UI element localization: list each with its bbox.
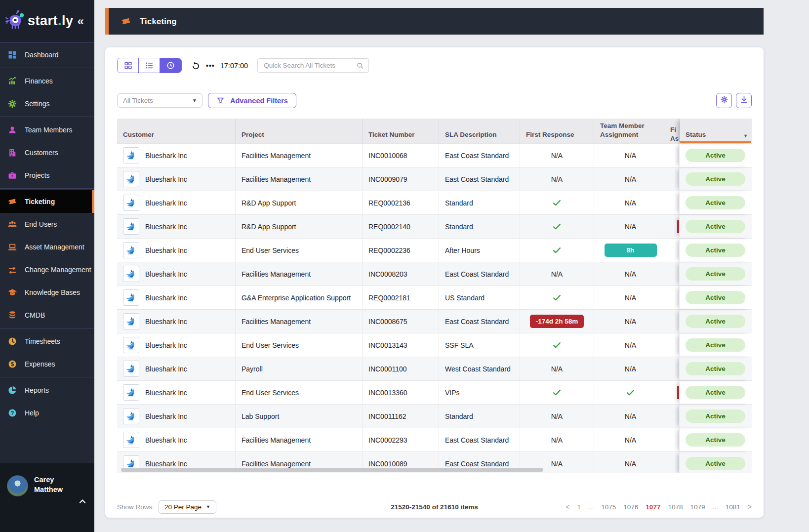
table-row[interactable]: Blueshark IncFacilities ManagementINC000… — [117, 309, 752, 333]
pagination-page-1075[interactable]: 1075 — [601, 503, 616, 511]
status-badge[interactable]: Active — [686, 433, 745, 447]
table-header-row: CustomerProjectTicket NumberSLA Descript… — [117, 119, 752, 143]
table-row[interactable]: Blueshark IncLab SupportINC0011162Standa… — [117, 404, 752, 428]
more-options-icon[interactable]: ••• — [206, 62, 215, 70]
sidebar-item-timesheets[interactable]: Timesheets — [0, 330, 94, 353]
col-header-team-member-assignment[interactable]: Team MemberAssignment — [594, 119, 667, 143]
status-badge[interactable]: Active — [686, 220, 745, 233]
col-header-customer[interactable]: Customer — [117, 119, 236, 143]
col-header-first-response[interactable]: First Response — [520, 119, 594, 143]
col-header-project[interactable]: Project — [236, 119, 363, 143]
time-view-button[interactable] — [160, 58, 181, 73]
pagination-prev[interactable]: < — [566, 503, 569, 511]
customer-logo-icon — [123, 408, 139, 424]
table-row[interactable]: Blueshark IncR&D App SupportREQ0002136St… — [117, 191, 752, 214]
caret-down-icon[interactable]: ▾ — [744, 132, 747, 139]
ticket-number: INC0013360 — [368, 389, 407, 397]
table-row[interactable]: Blueshark IncR&D App SupportREQ0002140St… — [117, 214, 752, 238]
alert-marker — [677, 386, 679, 399]
ticketing-icon — [7, 197, 17, 206]
sidebar-item-expenses[interactable]: $Expenses — [0, 353, 94, 375]
status-badge[interactable]: Active — [686, 457, 745, 470]
table-row[interactable]: Blueshark IncFacilities ManagementINC001… — [117, 143, 752, 167]
table-row[interactable]: Blueshark IncFacilities ManagementINC000… — [117, 262, 752, 286]
search-icon[interactable] — [356, 62, 364, 70]
pagination-next[interactable]: > — [748, 503, 752, 511]
sidebar-item-projects[interactable]: Projects — [0, 164, 94, 187]
table-row[interactable]: Blueshark IncFacilities ManagementINC000… — [117, 428, 752, 451]
sla-cell: SSF SLA — [439, 333, 520, 357]
sidebar-item-change-management[interactable]: Change Management — [0, 258, 94, 281]
pagination-page-1[interactable]: 1 — [577, 503, 581, 511]
customer-cell: Blueshark Inc — [117, 405, 236, 428]
refresh-icon[interactable] — [191, 61, 201, 70]
search-input[interactable] — [264, 62, 356, 69]
customer-logo-icon — [123, 432, 139, 448]
sidebar-item-label: Team Members — [25, 126, 72, 134]
chevron-up-icon[interactable] — [78, 496, 87, 508]
ticket-number-cell: INC0011162 — [363, 405, 439, 428]
list-view-button[interactable] — [139, 58, 160, 73]
dashboard-icon — [7, 50, 17, 60]
pagination-page-1078[interactable]: 1078 — [668, 503, 683, 511]
pagination-page-1079[interactable]: 1079 — [690, 503, 705, 511]
sidebar-collapse-icon[interactable]: « — [78, 14, 84, 28]
status-badge[interactable]: Active — [686, 244, 745, 257]
status-badge[interactable]: Active — [686, 386, 745, 399]
sidebar-item-end-users[interactable]: End Users — [0, 213, 94, 236]
table-row[interactable]: Blueshark IncPayrollINC0001100West Coast… — [117, 357, 752, 380]
grid-view-button[interactable] — [118, 58, 139, 73]
project-name: Facilities Management — [242, 270, 311, 278]
ticket-filter-select[interactable]: All Tickets ▼ — [117, 93, 202, 108]
sidebar-item-ticketing[interactable]: Ticketing — [0, 190, 94, 213]
download-button[interactable] — [736, 93, 752, 108]
sidebar-item-asset-management[interactable]: Asset Management — [0, 236, 94, 258]
first-response-cell — [520, 215, 594, 238]
sidebar-item-settings[interactable]: Settings — [0, 92, 94, 115]
status-badge[interactable]: Active — [686, 149, 745, 162]
sidebar-item-knowledge-bases[interactable]: Knowledge Bases — [0, 281, 94, 304]
sidebar-item-finances[interactable]: Finances — [0, 70, 94, 92]
advanced-filters-button[interactable]: Advanced Filters — [208, 93, 296, 108]
col-header-ticket-number[interactable]: Ticket Number — [363, 119, 439, 143]
customer-name: Blueshark Inc — [145, 412, 187, 420]
sidebar-item-reports[interactable]: Reports — [0, 379, 94, 402]
table-row[interactable]: Blueshark IncEnd User ServicesREQ0002236… — [117, 238, 752, 262]
project-cell: Facilities Management — [236, 167, 363, 191]
table-row[interactable]: Blueshark IncFacilities ManagementINC000… — [117, 167, 752, 191]
col-header-truncated[interactable]: FiAs — [667, 119, 680, 143]
table-row[interactable]: Blueshark IncEnd User ServicesINC0013143… — [117, 333, 752, 357]
sidebar-item-customers[interactable]: Customers — [0, 141, 94, 164]
team-assignment-value: N/A — [625, 199, 636, 207]
sla-description: East Coast Standard — [445, 460, 509, 468]
col-header-sla-description[interactable]: SLA Description — [439, 119, 520, 143]
pagination-page-1081[interactable]: 1081 — [726, 503, 740, 511]
project-name: Facilities Management — [242, 436, 311, 444]
sidebar-item-dashboard[interactable]: Dashboard — [0, 43, 94, 66]
customer-cell: Blueshark Inc — [117, 215, 236, 238]
status-badge[interactable]: Active — [686, 196, 745, 209]
table-row[interactable]: Blueshark IncG&A Enterprise Application … — [117, 286, 752, 309]
app-logo[interactable]: start.ly « — [0, 0, 94, 42]
per-page-select[interactable]: 20 Per Page ▼ — [159, 500, 216, 514]
sidebar-item-team-members[interactable]: Team Members — [0, 119, 94, 141]
status-badge[interactable]: Active — [686, 267, 745, 281]
horizontal-scrollbar[interactable] — [121, 468, 543, 472]
status-badge[interactable]: Active — [686, 172, 745, 186]
status-badge[interactable]: Active — [686, 291, 745, 304]
status-badge[interactable]: Active — [686, 315, 745, 328]
sidebar-item-cmdb[interactable]: CMDB — [0, 304, 94, 327]
status-cell: Active — [680, 239, 751, 262]
status-badge[interactable]: Active — [686, 362, 745, 375]
user-profile[interactable]: Carey Matthew — [0, 463, 94, 532]
sidebar-item-help[interactable]: ?Help — [0, 402, 94, 424]
sla-cell: East Coast Standard — [439, 144, 520, 167]
table-settings-button[interactable] — [716, 93, 732, 108]
status-badge[interactable]: Active — [686, 338, 745, 352]
table-row[interactable]: Blueshark IncEnd User ServicesINC0013360… — [117, 380, 752, 404]
user-name: Carey Matthew — [34, 475, 71, 494]
status-badge[interactable]: Active — [686, 409, 745, 423]
col-header-status[interactable]: Status▾ — [680, 119, 751, 143]
pagination-page-1076[interactable]: 1076 — [623, 503, 638, 511]
pagination-page-1077[interactable]: 1077 — [646, 503, 660, 511]
